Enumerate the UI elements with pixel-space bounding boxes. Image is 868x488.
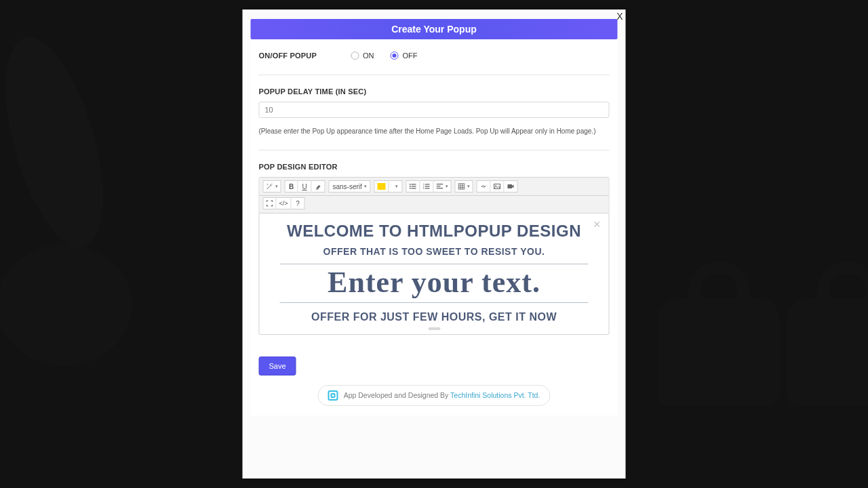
svg-point-4 (410, 186, 411, 187)
font-family-select[interactable]: sans-serif ▾ (329, 180, 371, 192)
background-decor (658, 298, 780, 407)
radio-on-label: ON (363, 52, 374, 60)
onoff-label: ON/OFF POPUP (259, 52, 317, 60)
canvas-offer-bottom: OFFER FOR JUST FEW HOURS, GET IT NOW (264, 311, 605, 323)
delay-section: POPUP DELAY TIME (IN SEC) (Please enter … (259, 75, 610, 150)
underline-button[interactable]: U (298, 180, 312, 192)
radio-on[interactable]: ON (351, 52, 374, 60)
svg-rect-15 (437, 186, 441, 186)
magic-icon[interactable]: ▾ (263, 180, 281, 192)
credit-company-link[interactable]: TechInfini Solutions Pvt. Ttd. (450, 391, 540, 399)
credit-prefix: App Developed and Designed By (344, 391, 450, 399)
resize-handle[interactable] (428, 327, 440, 330)
delay-hint: (Please enter the Pop Up appearance time… (259, 127, 610, 135)
svg-rect-20 (508, 184, 513, 188)
svg-rect-18 (494, 184, 500, 189)
modal-title: Create Your Popup (251, 19, 618, 39)
delay-input[interactable] (259, 102, 610, 118)
svg-rect-14 (437, 184, 443, 184)
credit-badge: App Developed and Designed By TechInfini… (318, 385, 551, 406)
svg-point-6 (410, 188, 411, 189)
link-icon[interactable] (477, 180, 491, 192)
svg-rect-13 (425, 188, 430, 188)
svg-rect-7 (412, 188, 416, 188)
save-button[interactable]: Save (259, 357, 296, 375)
background-decor (0, 26, 130, 258)
radio-off-label: OFF (403, 52, 418, 60)
editor-label: POP DESIGN EDITOR (259, 163, 610, 171)
svg-rect-16 (437, 188, 443, 188)
svg-text:3: 3 (423, 187, 425, 190)
canvas-big-text: Enter your text. (264, 267, 605, 298)
editor-toolbar: ▾ B U sans-serif ▾ (260, 178, 609, 196)
canvas-offer-top: OFFER THAT IS TOO SWEET TO RESIST YOU. (264, 246, 605, 264)
codeview-icon[interactable]: </> (277, 197, 292, 209)
svg-rect-17 (458, 184, 465, 189)
radio-off[interactable]: OFF (391, 52, 418, 60)
popup-creator-modal: X Create Your Popup ON/OFF POPUP ON OFF … (243, 9, 626, 479)
divider (280, 302, 589, 303)
delay-label: POPUP DELAY TIME (IN SEC) (259, 87, 610, 96)
svg-rect-11 (425, 186, 430, 186)
unordered-list-icon[interactable] (406, 180, 420, 192)
canvas-close-icon[interactable]: × (593, 218, 601, 232)
radio-icon (351, 52, 359, 60)
font-family-label: sans-serif (333, 183, 362, 190)
video-icon[interactable] (505, 180, 518, 192)
background-decor (787, 298, 868, 407)
rich-text-editor: ▾ B U sans-serif ▾ (259, 177, 610, 335)
divider (280, 264, 589, 264)
text-color-button[interactable] (374, 180, 389, 192)
bold-button[interactable]: B (285, 180, 298, 192)
svg-point-2 (410, 184, 411, 185)
table-icon[interactable]: ▾ (455, 180, 473, 192)
canvas-heading: WELCOME TO HTMLPOPUP DESIGN (279, 222, 590, 241)
text-color-caret[interactable]: ▾ (389, 180, 403, 192)
svg-rect-9 (425, 184, 430, 184)
svg-point-0 (267, 184, 269, 185)
image-icon[interactable] (491, 180, 505, 192)
editor-section: POP DESIGN EDITOR ▾ B U (259, 150, 610, 406)
help-icon[interactable]: ? (292, 197, 305, 209)
close-icon[interactable]: X (616, 11, 623, 22)
editor-canvas[interactable]: × WELCOME TO HTMLPOPUP DESIGN OFFER THAT… (260, 214, 609, 334)
svg-rect-5 (412, 186, 416, 186)
svg-rect-3 (412, 184, 416, 184)
onoff-section: ON/OFF POPUP ON OFF (259, 39, 610, 75)
svg-point-1 (271, 184, 272, 184)
background-decor (0, 244, 132, 366)
align-icon[interactable]: ▾ (434, 180, 452, 192)
company-logo-icon (328, 390, 338, 401)
erase-button[interactable] (312, 180, 326, 192)
fullscreen-icon[interactable] (263, 197, 277, 209)
radio-icon (391, 52, 399, 60)
editor-toolbar-row2: </> ? (260, 196, 609, 214)
ordered-list-icon[interactable]: 123 (420, 180, 434, 192)
